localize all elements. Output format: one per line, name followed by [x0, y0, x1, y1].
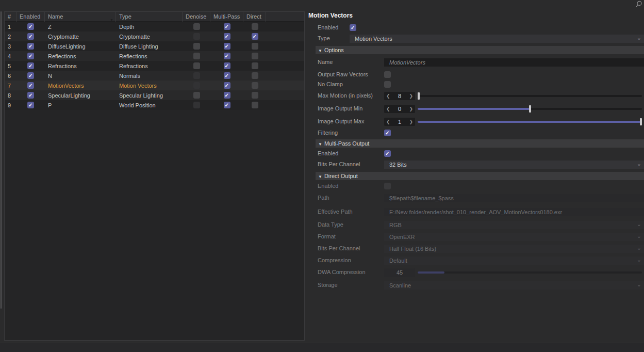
- direct-checkbox[interactable]: [252, 43, 258, 50]
- multipass-checkbox[interactable]: [224, 23, 230, 30]
- vertical-scrollbar[interactable]: [1, 11, 2, 309]
- row-name[interactable]: SpecularLighting: [45, 92, 116, 99]
- image-output-min-spinner[interactable]: ❮ 0 ❯: [384, 105, 415, 113]
- spinner-right-arrow-icon[interactable]: ❯: [409, 92, 413, 100]
- denoise-checkbox[interactable]: [193, 23, 200, 30]
- table-row[interactable]: 4 Reflections Reflections: [5, 51, 304, 61]
- table-row[interactable]: 5 Refractions Refractions: [5, 61, 304, 71]
- table-row[interactable]: 3 DiffuseLighting Diffuse Lighting: [5, 41, 304, 51]
- denoise-checkbox[interactable]: [193, 82, 200, 89]
- row-name[interactable]: DiffuseLighting: [45, 43, 116, 50]
- enabled-checkbox[interactable]: [27, 92, 34, 99]
- col-header-direct[interactable]: Direct: [243, 12, 266, 22]
- direct-checkbox[interactable]: [252, 53, 258, 59]
- direct-enabled-checkbox[interactable]: [384, 183, 391, 189]
- image-output-min-label: Image Output Min: [318, 105, 362, 111]
- row-name[interactable]: Reflections: [45, 53, 116, 59]
- table-row[interactable]: 2 Cryptomatte Cryptomatte: [5, 31, 304, 41]
- multipass-bits-dropdown[interactable]: 32 Bits ⌄: [384, 161, 644, 169]
- image-output-min-slider[interactable]: [418, 108, 642, 110]
- row-name[interactable]: N: [45, 73, 116, 79]
- sort-caret-icon[interactable]: ▼: [110, 15, 113, 22]
- chevron-down-icon: ⌄: [637, 220, 641, 228]
- output-raw-vectors-checkbox[interactable]: [384, 71, 391, 78]
- multipass-checkbox[interactable]: [224, 53, 230, 59]
- multipass-enabled-checkbox[interactable]: [384, 150, 391, 157]
- enabled-checkbox[interactable]: [27, 102, 34, 108]
- direct-checkbox[interactable]: [252, 102, 258, 108]
- table-row[interactable]: 1 Z Depth: [5, 22, 304, 31]
- col-header-denoise[interactable]: Denoise: [183, 12, 210, 22]
- multipass-checkbox[interactable]: [224, 43, 230, 50]
- row-format: Format OpenEXR ⌄: [307, 233, 644, 241]
- row-no-clamp: No Clamp: [307, 81, 644, 89]
- enabled-checkbox[interactable]: [27, 33, 34, 40]
- row-type: World Position: [116, 102, 183, 108]
- direct-output-section-header[interactable]: ▼Direct Output: [316, 172, 644, 180]
- multipass-output-section-header[interactable]: ▼Multi-Pass Output: [316, 139, 644, 148]
- enabled-checkbox[interactable]: [27, 62, 34, 69]
- denoise-checkbox[interactable]: [193, 43, 200, 50]
- table-row[interactable]: 8 SpecularLighting Specular Lighting: [5, 90, 304, 100]
- direct-checkbox[interactable]: [252, 72, 258, 79]
- multipass-enabled-label: Enabled: [318, 150, 338, 156]
- direct-checkbox[interactable]: [252, 82, 258, 89]
- multipass-checkbox[interactable]: [224, 92, 230, 99]
- type-dropdown[interactable]: Motion Vectors ⌄: [350, 35, 644, 43]
- denoise-checkbox[interactable]: [193, 92, 200, 99]
- collapse-triangle-icon: ▼: [318, 49, 322, 53]
- options-section-header[interactable]: ▼Options: [316, 46, 644, 54]
- row-name[interactable]: P: [45, 102, 116, 108]
- multipass-checkbox[interactable]: [224, 102, 230, 108]
- col-header-num[interactable]: #: [5, 12, 16, 22]
- slider-handle[interactable]: [640, 118, 642, 125]
- row-name[interactable]: Cryptomatte: [45, 34, 116, 40]
- spinner-right-arrow-icon[interactable]: ❯: [409, 105, 413, 113]
- max-motion-spinner[interactable]: ❮ 8 ❯: [384, 92, 415, 100]
- row-output-raw: Output Raw Vectors: [307, 71, 644, 79]
- direct-checkbox[interactable]: [252, 62, 258, 69]
- row-type: Diffuse Lighting: [116, 43, 183, 50]
- multipass-checkbox[interactable]: [224, 72, 230, 79]
- enabled-checkbox[interactable]: [27, 43, 34, 50]
- row-name[interactable]: MotionVectors: [45, 83, 116, 89]
- name-input[interactable]: MotionVectors: [384, 58, 644, 67]
- filtering-checkbox[interactable]: [384, 130, 391, 136]
- slider-handle[interactable]: [418, 92, 420, 100]
- row-name[interactable]: Refractions: [45, 63, 116, 69]
- col-header-enabled[interactable]: Enabled: [16, 12, 45, 22]
- table-row[interactable]: 6 N Normals: [5, 71, 304, 81]
- no-clamp-checkbox[interactable]: [384, 81, 391, 88]
- table-row[interactable]: 7 MotionVectors Motion Vectors: [5, 81, 304, 90]
- direct-checkbox[interactable]: [252, 23, 258, 30]
- enabled-checkbox[interactable]: [27, 23, 34, 30]
- table-row[interactable]: 9 P World Position: [5, 100, 304, 110]
- enabled-checkbox[interactable]: [350, 24, 356, 31]
- direct-bits-value: Half Float (16 Bits): [389, 246, 436, 252]
- denoise-checkbox[interactable]: [193, 102, 200, 108]
- row-name[interactable]: Z: [45, 24, 116, 30]
- chevron-down-icon: ⌄: [637, 232, 641, 240]
- image-output-max-slider[interactable]: [418, 121, 642, 123]
- multipass-checkbox[interactable]: [224, 33, 230, 40]
- col-header-name[interactable]: Name▼: [45, 12, 116, 22]
- direct-checkbox[interactable]: [252, 92, 258, 99]
- enabled-checkbox[interactable]: [27, 72, 34, 79]
- multipass-checkbox[interactable]: [224, 82, 230, 89]
- denoise-checkbox[interactable]: [193, 62, 200, 69]
- spinner-right-arrow-icon[interactable]: ❯: [409, 118, 413, 126]
- direct-checkbox[interactable]: [252, 33, 258, 40]
- col-header-type[interactable]: Type: [116, 12, 183, 22]
- col-header-multipass[interactable]: Multi-Pass: [210, 12, 243, 22]
- enabled-checkbox[interactable]: [27, 53, 34, 59]
- enabled-checkbox[interactable]: [27, 82, 34, 89]
- row-effective-path: Effective Path E:/New folder/render/shot…: [307, 208, 644, 216]
- denoise-checkbox[interactable]: [193, 33, 200, 40]
- denoise-checkbox[interactable]: [193, 53, 200, 59]
- row-multipass-bits: Bits Per Channel 32 Bits ⌄: [307, 161, 644, 169]
- multipass-checkbox[interactable]: [224, 62, 230, 69]
- slider-handle[interactable]: [529, 105, 531, 113]
- image-output-max-spinner[interactable]: ❮ 1 ❯: [384, 118, 415, 126]
- denoise-checkbox[interactable]: [193, 72, 200, 79]
- max-motion-slider[interactable]: [418, 95, 642, 97]
